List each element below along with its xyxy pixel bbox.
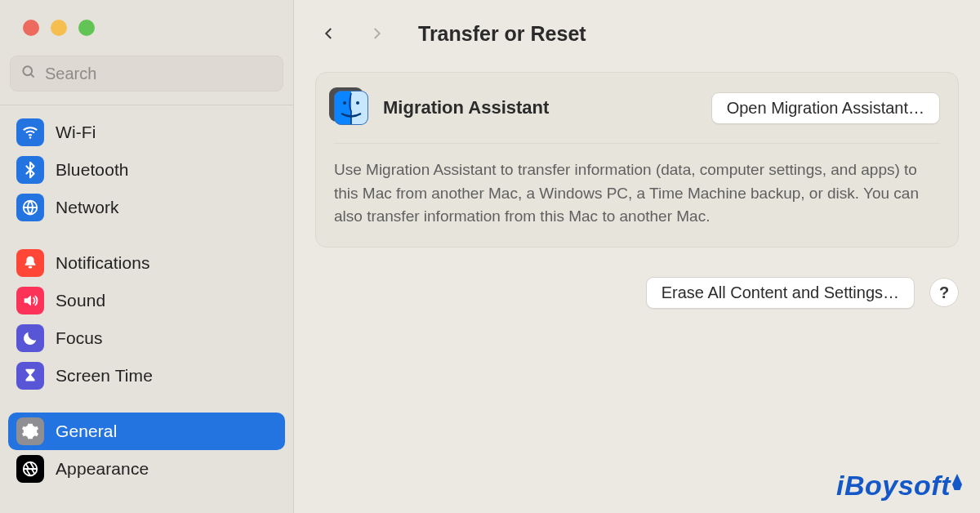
search-field[interactable] — [10, 56, 283, 91]
moon-icon — [16, 324, 44, 352]
zoom-window-button[interactable] — [78, 20, 95, 36]
aperture-icon — [16, 455, 44, 483]
migration-assistant-icon — [334, 91, 368, 125]
sidebar-item-label: Bluetooth — [56, 160, 129, 180]
divider — [334, 143, 940, 144]
search-input[interactable] — [45, 65, 273, 83]
open-migration-assistant-button[interactable]: Open Migration Assistant… — [711, 92, 940, 124]
sidebar-item-bluetooth[interactable]: Bluetooth — [8, 151, 285, 189]
sidebar-item-wi-fi[interactable]: Wi-Fi — [8, 114, 285, 151]
gear-icon — [16, 417, 44, 445]
migration-assistant-card: Migration Assistant Open Migration Assis… — [315, 72, 959, 248]
help-button[interactable]: ? — [929, 278, 959, 307]
watermark: iBoysoft — [836, 470, 962, 502]
sidebar: Wi-FiBluetoothNetworkNotificationsSoundF… — [0, 0, 294, 513]
wifi-icon — [16, 118, 44, 146]
sidebar-item-label: Wi-Fi — [56, 123, 96, 142]
window-controls — [0, 0, 293, 36]
sidebar-item-focus[interactable]: Focus — [8, 319, 285, 357]
card-description: Use Migration Assistant to transfer info… — [334, 158, 940, 229]
back-button[interactable] — [315, 20, 343, 47]
bell-icon — [16, 249, 44, 277]
sidebar-item-label: General — [56, 422, 117, 441]
sidebar-item-label: Network — [56, 198, 119, 217]
card-title: Migration Assistant — [383, 97, 549, 118]
sidebar-item-sound[interactable]: Sound — [8, 282, 285, 319]
sidebar-item-notifications[interactable]: Notifications — [8, 244, 285, 282]
erase-all-button[interactable]: Erase All Content and Settings… — [646, 277, 915, 309]
forward-button[interactable] — [363, 20, 390, 47]
main-content: Transfer or Reset Migrati — [294, 0, 980, 513]
page-title: Transfer or Reset — [418, 22, 586, 46]
speaker-icon — [16, 287, 44, 314]
svg-point-6 — [343, 101, 346, 105]
svg-rect-4 — [29, 266, 33, 269]
sidebar-item-label: Appearance — [56, 459, 149, 479]
bluetooth-icon — [16, 156, 44, 184]
droplet-icon — [952, 474, 962, 490]
svg-point-0 — [23, 66, 32, 75]
search-icon — [20, 64, 37, 84]
sidebar-item-label: Sound — [56, 291, 105, 310]
sidebar-item-network[interactable]: Network — [8, 189, 285, 226]
sidebar-item-label: Notifications — [56, 253, 150, 273]
sidebar-item-appearance[interactable]: Appearance — [8, 450, 285, 488]
svg-line-1 — [31, 74, 34, 77]
hourglass-icon — [16, 362, 44, 390]
divider — [0, 105, 293, 105]
svg-point-7 — [356, 101, 359, 105]
titlebar: Transfer or Reset — [315, 20, 959, 47]
minimize-window-button[interactable] — [51, 20, 67, 36]
sidebar-item-screen-time[interactable]: Screen Time — [8, 357, 285, 395]
svg-point-2 — [29, 136, 32, 139]
sidebar-item-label: Screen Time — [56, 366, 153, 386]
close-window-button[interactable] — [23, 20, 39, 36]
sidebar-item-label: Focus — [56, 328, 103, 348]
sidebar-item-general[interactable]: General — [8, 413, 285, 450]
globe-icon — [16, 194, 44, 221]
